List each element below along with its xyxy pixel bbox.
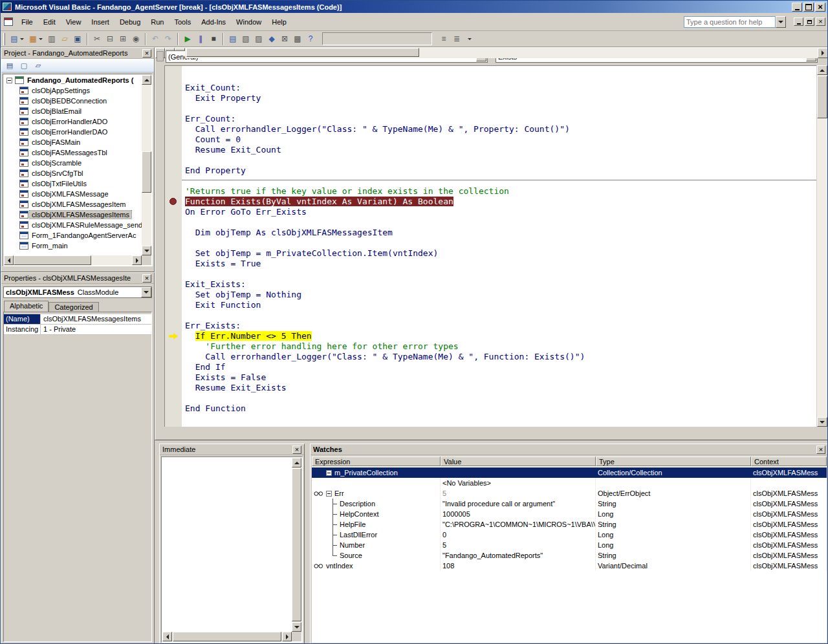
immediate-content[interactable] — [161, 456, 303, 643]
minimize-button[interactable] — [792, 3, 802, 12]
menu-item-tools[interactable]: Tools — [169, 16, 195, 28]
data-view-button[interactable]: ▩ — [291, 32, 304, 45]
watch-row[interactable]: Source"Fandango_AutomatedReports"Stringc… — [312, 550, 827, 561]
code-line[interactable]: Err_Count: — [165, 114, 816, 124]
project-root-item[interactable]: Fandango_AutomatedReports ( — [4, 75, 142, 85]
project-tree-item[interactable]: clsObjXMLFASMessagesItem — [4, 199, 142, 209]
view-code-button[interactable]: ▤ — [3, 59, 16, 71]
menu-item-debug[interactable]: Debug — [115, 16, 145, 28]
scroll-track[interactable] — [185, 48, 818, 58]
project-tree-item[interactable]: clsObjXMLFASMessage — [4, 189, 142, 199]
project-explorer-button[interactable]: ▤ — [226, 32, 239, 45]
project-tree-item[interactable]: Form_main — [4, 241, 142, 251]
cut-button[interactable]: ✂ — [91, 32, 104, 45]
code-line[interactable]: End If — [165, 362, 816, 372]
code-line[interactable] — [165, 103, 816, 114]
watch-row[interactable]: vntIndex108Variant/DecimalclsObjXMLFASMe… — [312, 561, 827, 571]
tab-alphabetic[interactable]: Alphabetic — [4, 301, 49, 312]
scroll-thumb[interactable] — [14, 255, 91, 265]
code-line[interactable]: Err_Exists: — [165, 321, 816, 331]
end-button[interactable]: ■ — [207, 32, 220, 45]
start-button[interactable]: ▶ — [181, 32, 194, 45]
code-line[interactable]: Resume Exit_Count — [165, 145, 816, 155]
project-tree-item[interactable]: clsObjErrorHandlerDAO — [4, 127, 142, 137]
code-line[interactable] — [165, 72, 816, 83]
open-project-button[interactable]: ▱ — [58, 32, 71, 45]
scroll-right-icon[interactable] — [132, 255, 142, 265]
watch-column-header-value[interactable]: Value — [441, 456, 596, 466]
menu-item-window[interactable]: Window — [232, 16, 266, 28]
toolbar-options-caret-icon[interactable] — [466, 36, 472, 42]
code-editor[interactable]: Exit_Count: Exit PropertyErr_Count: Call… — [164, 65, 816, 427]
property-value[interactable]: clsObjXMLFASMessagesItems — [41, 314, 151, 324]
collapse-icon[interactable] — [6, 78, 12, 83]
code-line[interactable] — [165, 310, 816, 321]
project-tree-item[interactable]: clsObjSrvCfgTbl — [4, 168, 142, 178]
code-vertical-scrollbar[interactable] — [817, 65, 827, 427]
scroll-up-icon[interactable] — [292, 458, 301, 467]
menu-item-insert[interactable]: Insert — [87, 16, 114, 28]
menu-item-addins[interactable]: Add-Ins — [197, 16, 230, 28]
code-line[interactable]: Dim objTemp As clsObjXMLFASMessagesItem — [165, 228, 816, 238]
code-line[interactable]: Exit Function — [165, 300, 816, 310]
project-horizontal-scrollbar[interactable] — [4, 255, 142, 265]
immediate-horizontal-scrollbar[interactable] — [162, 632, 292, 641]
code-line[interactable]: On Error GoTo Err_Exists — [165, 207, 816, 217]
immediate-vertical-scrollbar[interactable] — [292, 458, 301, 632]
project-tree-item[interactable]: clsObjFASMessagesTbl — [4, 147, 142, 158]
property-row[interactable]: Instancing1 - Private — [4, 325, 151, 335]
code-line[interactable]: Function Exists(ByVal vntIndex As Varian… — [165, 197, 816, 207]
code-line[interactable]: End Function — [165, 403, 816, 414]
mdi-close-button[interactable]: × — [816, 17, 825, 26]
code-line[interactable] — [165, 217, 816, 228]
scroll-thumb[interactable] — [817, 76, 827, 118]
project-tree-item[interactable]: clsObjErrorHandlerADO — [4, 116, 142, 127]
help-combo[interactable] — [684, 16, 786, 28]
tab-categorized[interactable]: Categorized — [49, 302, 98, 312]
project-caption-bar[interactable]: Project - Fandango_AutomatedReports — [1, 48, 154, 59]
project-close-icon[interactable] — [142, 49, 151, 58]
code-line[interactable]: Resume Exit_Exists — [165, 383, 816, 393]
add-form-button[interactable]: ▦ — [27, 32, 45, 45]
properties-close-icon[interactable] — [142, 274, 151, 283]
scroll-down-icon[interactable] — [142, 246, 151, 255]
code-line[interactable]: Call errorhandler_Logger("Class: " & Typ… — [165, 124, 816, 134]
scroll-thumb[interactable] — [173, 632, 281, 641]
code-line[interactable]: Exists = False — [165, 372, 816, 383]
code-line[interactable]: Exit Property — [165, 93, 816, 103]
menu-item-run[interactable]: Run — [146, 16, 168, 28]
property-value[interactable]: 1 - Private — [41, 325, 151, 334]
collapse-icon[interactable] — [326, 470, 332, 476]
scroll-up-icon[interactable] — [142, 75, 151, 85]
view-object-button[interactable]: ▢ — [17, 59, 30, 71]
title-bar[interactable]: Microsoft Visual Basic - Fandango_AgentS… — [1, 1, 827, 13]
mdi-minimize-button[interactable] — [794, 17, 803, 26]
code-line[interactable] — [165, 269, 816, 279]
scroll-up-icon[interactable] — [817, 65, 827, 75]
close-button[interactable] — [815, 3, 825, 12]
properties-combo-arrow-icon[interactable] — [141, 287, 151, 297]
scroll-left-icon[interactable] — [4, 255, 14, 265]
indent-button[interactable]: ≡ — [437, 32, 450, 45]
property-row[interactable]: (Name)clsObjXMLFASMessagesItems — [4, 314, 151, 325]
scroll-thumb[interactable] — [142, 151, 151, 193]
code-line[interactable] — [165, 155, 816, 166]
code-line[interactable] — [165, 176, 816, 186]
menu-item-edit[interactable]: Edit — [39, 16, 60, 28]
scroll-down-icon[interactable] — [292, 622, 301, 632]
properties-caption-bar[interactable]: Properties - clsObjXMLFASMessagesIte — [1, 273, 154, 284]
project-tree-item[interactable]: clsObjXMLFASMessagesItems — [4, 209, 142, 220]
watch-column-header-type[interactable]: Type — [596, 456, 751, 466]
watch-row[interactable]: m_PrivateCollectionCollection/Collection… — [312, 467, 827, 478]
mdi-child-icon[interactable] — [4, 17, 13, 26]
code-line[interactable] — [165, 393, 816, 403]
project-tree-item[interactable]: clsObjTxtFileUtils — [4, 178, 142, 189]
scroll-right-icon[interactable] — [282, 632, 292, 641]
project-tree-item[interactable]: clsObjScramble — [4, 158, 142, 168]
redo-button[interactable]: ↷ — [162, 32, 175, 45]
project-tree-item[interactable]: clsObjAppSettings — [4, 85, 142, 96]
code-line[interactable]: Exists = True — [165, 259, 816, 269]
watch-row[interactable]: HelpContext1000005LongclsObjXMLFASMess — [312, 509, 827, 519]
code-line[interactable]: If Err.Number <> 5 Then — [165, 331, 816, 341]
code-line[interactable]: End Property — [165, 166, 816, 176]
